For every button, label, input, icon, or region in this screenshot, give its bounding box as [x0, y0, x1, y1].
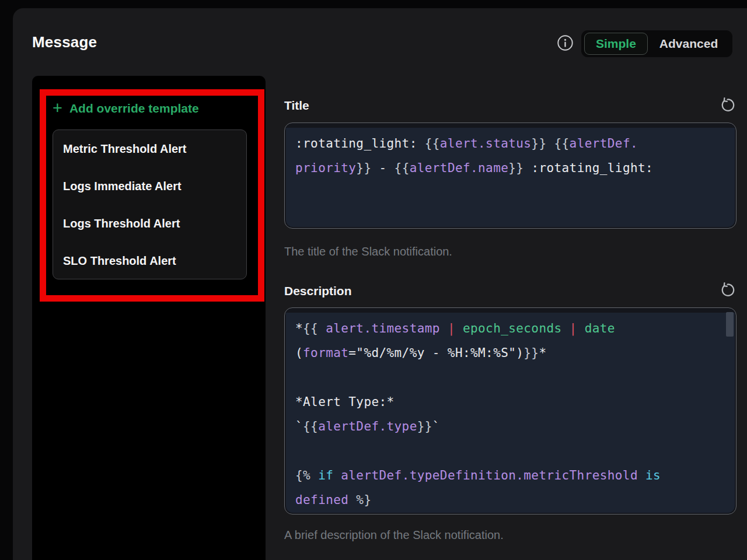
description-label: Description — [284, 284, 352, 298]
title-editor[interactable]: :rotating_light: {{alert.status}} {{aler… — [284, 123, 736, 229]
plus-icon: + — [53, 101, 62, 115]
description-editor[interactable]: *{{ alert.timestamp | epoch_seconds | da… — [284, 307, 736, 514]
template-item[interactable]: Logs Threshold Alert — [53, 205, 246, 242]
message-settings-page: Message Simple Advanced + Add override t… — [0, 0, 747, 560]
mode-toggle: Simple Advanced — [581, 30, 732, 57]
description-help-text: A brief description of the Slack notific… — [284, 528, 504, 542]
template-sidebar: + Add override template Metric Threshold… — [32, 76, 266, 560]
toggle-simple-button[interactable]: Simple — [584, 33, 648, 55]
description-editor-content: *{{ alert.timestamp | epoch_seconds | da… — [286, 313, 735, 513]
template-item[interactable]: SLO Threshold Alert — [53, 242, 246, 279]
info-icon[interactable] — [557, 34, 574, 51]
template-item[interactable]: Logs Immediate Alert — [53, 167, 246, 205]
title-label: Title — [284, 99, 309, 113]
add-override-template-label: Add override template — [69, 102, 199, 116]
reset-title-icon[interactable] — [719, 97, 735, 113]
template-item[interactable]: Metric Threshold Alert — [53, 130, 246, 167]
add-override-template-button[interactable]: + Add override template — [53, 102, 199, 116]
page-title: Message — [32, 33, 97, 51]
template-list: Metric Threshold AlertLogs Immediate Ale… — [53, 130, 247, 279]
title-help-text: The title of the Slack notification. — [284, 245, 452, 258]
reset-description-icon[interactable] — [719, 282, 735, 298]
title-editor-content: :rotating_light: {{alert.status}} {{aler… — [286, 128, 735, 227]
scrollbar-thumb[interactable] — [726, 312, 734, 337]
toggle-advanced-button[interactable]: Advanced — [648, 33, 729, 55]
